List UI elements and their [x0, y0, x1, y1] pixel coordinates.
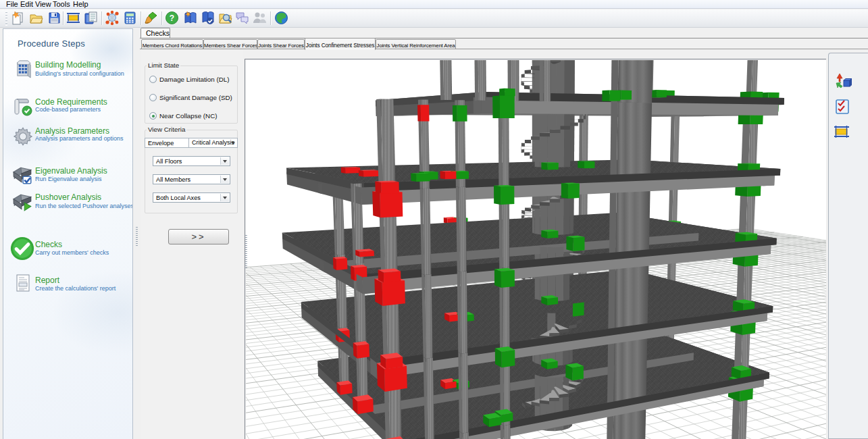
svg-text:?: ? — [170, 14, 174, 23]
